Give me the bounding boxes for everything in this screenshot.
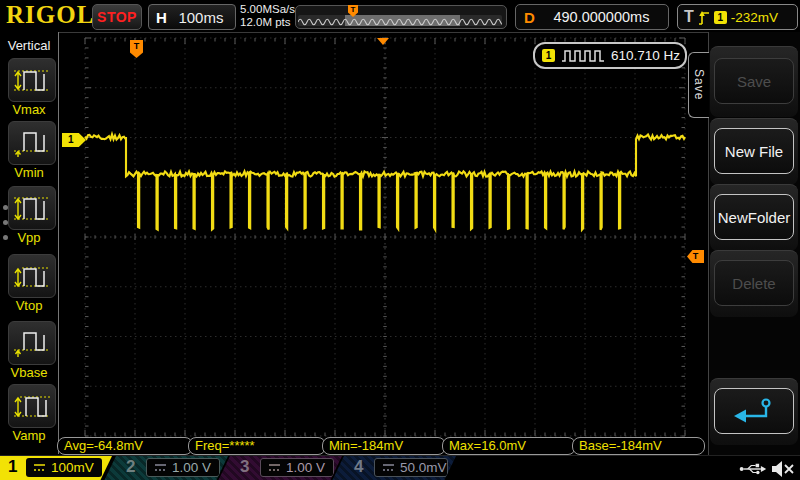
menu-item-vmax-label: Vmax (0, 102, 58, 117)
menu-item-vamp-label: Vamp (0, 428, 58, 443)
vmax-icon (12, 64, 52, 96)
trigger-delay-box: D 490.000000ms (515, 4, 669, 30)
page-indicator-dot (3, 220, 8, 225)
memory-strip (298, 15, 502, 26)
return-arrow-icon (732, 396, 776, 426)
channel-3-scale: 1.00 V (286, 460, 325, 475)
speaker-muted-icon (770, 460, 796, 478)
dc-coupling-icon (154, 463, 167, 472)
menu-item-vbase[interactable] (8, 321, 56, 365)
delete-button: Delete (714, 260, 794, 306)
sample-rate: 5.00MSa/s (240, 3, 295, 16)
measurement-min: Min=-184mV (322, 437, 446, 455)
brand-logo: RIGOL (6, 1, 94, 29)
vbase-icon (12, 327, 52, 359)
channel-4-scale: 50.0mV (400, 460, 447, 475)
square-wave-icon (561, 49, 605, 63)
menu-item-vmin-label: Vmin (0, 165, 58, 180)
save-button: Save (714, 58, 794, 104)
new-folder-button[interactable]: NewFolder (714, 194, 794, 240)
menu-item-vmax[interactable] (8, 58, 56, 102)
left-menu-title: Vertical (0, 38, 58, 53)
delay-label: D (524, 9, 535, 26)
channel-2-scale: 1.00 V (172, 460, 211, 475)
dc-coupling-icon (382, 463, 395, 472)
horizontal-label: H (156, 9, 167, 26)
vtop-icon (12, 260, 52, 292)
menu-item-vamp[interactable] (8, 384, 56, 428)
channel-3-info: 1.00 V (260, 458, 334, 477)
back-button[interactable] (714, 388, 794, 434)
trigger-label: T (684, 8, 694, 26)
channel-2-info: 1.00 V (146, 458, 220, 477)
run-state-indicator: STOP (92, 4, 142, 30)
ch1-waveform-trace (0, 0, 800, 480)
channel-4-number: 4 (354, 457, 363, 477)
menu-tab-save: Save (688, 52, 709, 118)
menu-item-vbase-label: Vbase (0, 365, 58, 380)
vmin-icon (12, 127, 52, 159)
trigger-position-flag-icon[interactable]: T (130, 40, 143, 58)
top-status-bar: RIGOL STOP H 100ms 5.00MSa/s 12.0M pts T… (0, 0, 800, 33)
menu-item-vpp-label: Vpp (0, 230, 58, 245)
measurement-avg: Avg=-64.8mV (57, 437, 193, 455)
menu-tab-label: Save (692, 69, 706, 100)
measurement-freq: Freq=***** (188, 437, 326, 455)
page-indicator-dot (3, 205, 8, 210)
channel-4-status[interactable]: 4 50.0mV (332, 456, 456, 480)
oscilloscope-screen: RIGOL STOP H 100ms 5.00MSa/s 12.0M pts T… (0, 0, 800, 480)
menu-item-vtop[interactable] (8, 254, 56, 298)
vpp-icon (12, 192, 52, 224)
vamp-icon (12, 390, 52, 422)
channel-1-info: 100mV (26, 458, 102, 477)
frequency-counter-badge: 1 610.710 Hz (533, 42, 687, 69)
measurement-max: Max=16.0mV (442, 437, 576, 455)
trigger-level-marker-icon[interactable]: T (687, 250, 704, 263)
dc-coupling-icon (33, 463, 46, 472)
counter-source-badge: 1 (542, 49, 555, 62)
horizontal-scale-box: H 100ms (148, 4, 236, 30)
channel-1-scale: 100mV (51, 460, 94, 475)
channel-1-number: 1 (8, 457, 17, 477)
memory-position-indicator[interactable]: T (295, 5, 507, 29)
window-center-marker-icon (377, 38, 389, 45)
rising-edge-trigger-icon (698, 9, 710, 26)
memory-window (345, 15, 460, 26)
acquisition-info: 5.00MSa/s 12.0M pts (240, 3, 295, 29)
usb-icon (738, 462, 768, 476)
horizontal-scale-value: 100ms (167, 9, 235, 26)
channel-4-info: 50.0mV (374, 458, 448, 477)
menu-item-vtop-label: Vtop (0, 298, 58, 313)
graticule-grid (0, 0, 800, 480)
trigger-status-box: T 1 -232mV (677, 4, 798, 30)
delay-value: 490.000000ms (535, 9, 668, 25)
menu-item-vpp[interactable] (8, 186, 56, 230)
channel-3-status[interactable]: 3 1.00 V (218, 456, 342, 480)
ch1-ground-marker[interactable]: 1 (62, 133, 86, 147)
menu-item-vmin[interactable] (8, 121, 56, 165)
page-indicator-dot (3, 235, 8, 240)
trigger-source-badge: 1 (714, 11, 727, 24)
new-file-button[interactable]: New File (714, 128, 794, 174)
channel-3-number: 3 (240, 457, 249, 477)
frequency-value: 610.710 Hz (611, 48, 680, 63)
channel-1-status[interactable]: 1 100mV (0, 456, 112, 480)
dc-coupling-icon (268, 463, 281, 472)
measurement-base: Base=-184mV (572, 437, 705, 455)
channel-status-bar: 1 100mV 2 1.00 V 3 (0, 455, 800, 480)
trigger-level-value: -232mV (731, 10, 778, 25)
memory-depth: 12.0M pts (240, 16, 295, 29)
channel-2-status[interactable]: 2 1.00 V (104, 456, 228, 480)
channel-2-number: 2 (126, 457, 135, 477)
